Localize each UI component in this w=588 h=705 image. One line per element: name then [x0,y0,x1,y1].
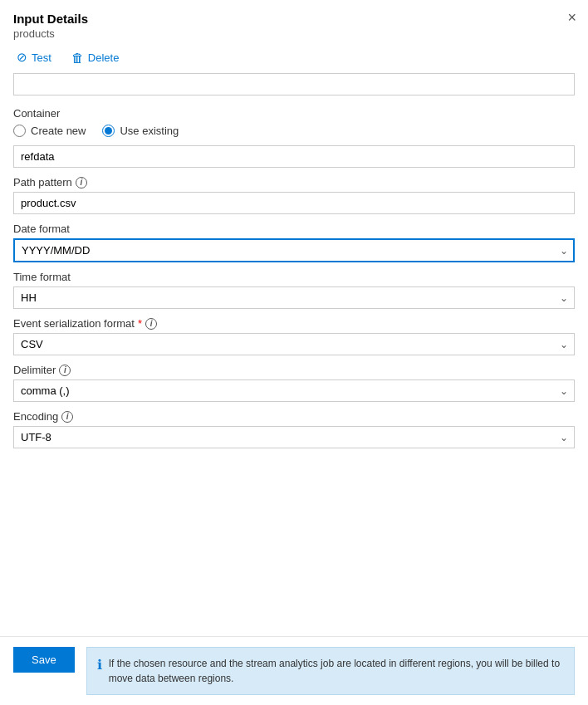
time-format-select[interactable]: HH HH:mm HH:mm:ss [13,286,575,309]
delete-button[interactable]: 🗑 Delete [68,49,123,66]
close-button[interactable]: × [567,10,576,25]
delimiter-label-row: Delimiter i [13,364,575,376]
panel-header: Input Details products × [0,0,588,43]
delimiter-select[interactable]: comma (,) tab semicolon (;) pipe (|) [13,379,575,402]
path-pattern-info-icon: i [76,177,87,188]
path-pattern-input[interactable] [13,192,575,214]
panel-title: Input Details [13,12,575,26]
path-pattern-label: Path pattern [13,176,72,188]
required-asterisk: * [138,317,142,330]
encoding-wrapper: UTF-8 UTF-16 ISO-8859-1 ⌄ [13,426,575,448]
input-details-panel: Input Details products × ⊘ Test 🗑 Delete… [0,0,588,705]
radio-use-existing[interactable]: Use existing [102,125,179,137]
delete-icon: 🗑 [71,51,84,65]
container-radio-group: Create new Use existing [13,125,575,137]
test-button[interactable]: ⊘ Test [13,48,55,66]
event-serialization-wrapper: CSV JSON Avro ⌄ [13,333,575,355]
radio-create-new[interactable]: Create new [13,125,86,137]
delimiter-info-icon: i [59,365,71,376]
event-serialization-info-icon: i [145,318,157,330]
panel-footer: Save ℹ If the chosen resource and the st… [0,636,588,705]
time-format-label: Time format [13,271,71,283]
event-serialization-select[interactable]: CSV JSON Avro [13,333,575,355]
radio-use-existing-input[interactable] [102,125,115,137]
event-serialization-label-row: Event serialization format * i [13,317,575,330]
radio-create-new-input[interactable] [13,125,26,137]
top-input[interactable] [13,73,575,95]
info-box-icon: ℹ [97,657,102,673]
time-format-wrapper: HH HH:mm HH:mm:ss ⌄ [13,286,575,309]
save-button[interactable]: Save [13,647,75,673]
delete-label: Delete [88,51,120,64]
info-box-text: If the chosen resource and the stream an… [109,656,564,686]
delimiter-label: Delimiter [13,364,56,376]
toolbar: ⊘ Test 🗑 Delete [0,43,588,73]
test-label: Test [32,51,51,64]
form-content: Container Create new Use existing Path p… [0,73,588,636]
info-box: ℹ If the chosen resource and the stream … [86,647,575,695]
date-format-select[interactable]: YYYY/MM/DD MM/DD/YYYY DD/MM/YYYY YYYY-MM… [13,238,575,262]
date-format-label-row: Date format [13,223,575,235]
encoding-select[interactable]: UTF-8 UTF-16 ISO-8859-1 [13,426,575,448]
refdata-input[interactable] [13,145,575,168]
encoding-label-row: Encoding i [13,410,575,423]
date-format-wrapper: YYYY/MM/DD MM/DD/YYYY DD/MM/YYYY YYYY-MM… [13,238,575,262]
date-format-label: Date format [13,223,70,235]
radio-use-existing-label: Use existing [120,125,179,137]
test-icon: ⊘ [17,50,27,65]
container-label: Container [13,107,575,120]
delimiter-wrapper: comma (,) tab semicolon (;) pipe (|) ⌄ [13,379,575,402]
encoding-label: Encoding [13,410,58,423]
time-format-label-row: Time format [13,271,575,283]
encoding-info-icon: i [61,411,73,423]
event-serialization-label: Event serialization format [13,317,135,330]
radio-create-new-label: Create new [31,125,86,137]
path-pattern-label-row: Path pattern i [13,176,575,188]
panel-subtitle: products [13,27,575,40]
